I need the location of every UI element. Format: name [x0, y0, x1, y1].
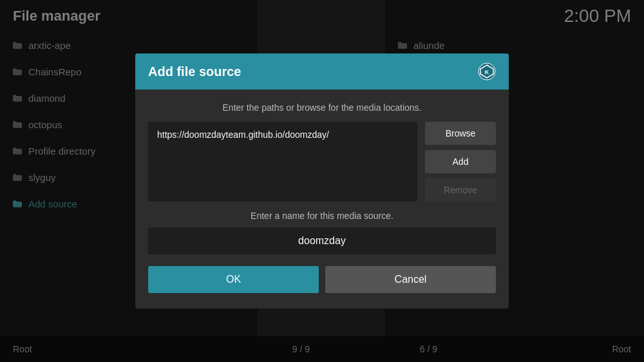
ok-button[interactable]: OK: [148, 266, 319, 293]
dialog-footer: OK Cancel: [148, 266, 496, 296]
dialog-instruction: Enter the paths or browse for the media …: [148, 102, 496, 113]
browse-button[interactable]: Browse: [425, 122, 496, 145]
url-value: https://doomzdayteam.github.io/doomzday/: [157, 129, 329, 140]
name-instruction: Enter a name for this media source.: [148, 211, 496, 221]
cancel-button[interactable]: Cancel: [325, 266, 496, 293]
remove-button[interactable]: Remove: [425, 178, 496, 202]
svg-text:K: K: [485, 69, 489, 75]
dialog-body: Enter the paths or browse for the media …: [135, 90, 509, 309]
add-file-source-dialog: Add file source K Enter the paths or bro…: [135, 53, 509, 309]
name-input[interactable]: [148, 227, 496, 254]
url-input[interactable]: https://doomzdayteam.github.io/doomzday/: [148, 122, 417, 202]
add-button[interactable]: Add: [425, 150, 496, 173]
dialog-title: Add file source: [148, 64, 241, 79]
dialog-header: Add file source K: [135, 53, 509, 90]
action-buttons: Browse Add Remove: [425, 122, 496, 202]
url-section: https://doomzdayteam.github.io/doomzday/…: [148, 122, 496, 202]
kodi-logo-icon: K: [478, 62, 496, 81]
